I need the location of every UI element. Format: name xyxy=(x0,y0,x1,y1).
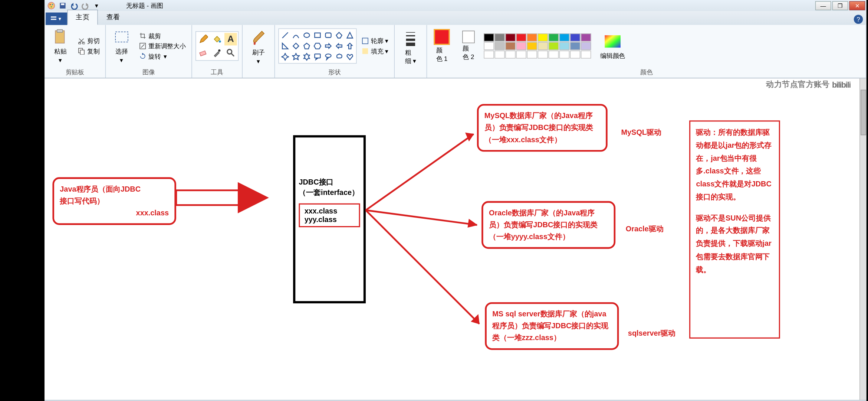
copy-button[interactable]: 复制 xyxy=(75,46,102,56)
color-swatch[interactable] xyxy=(549,33,559,41)
color-palette xyxy=(484,33,591,58)
picker-tool-icon[interactable] xyxy=(211,46,223,59)
text-tool-icon[interactable]: A xyxy=(224,33,237,46)
edit-colors-button[interactable]: 编辑颜色 xyxy=(597,31,629,61)
minimize-button[interactable]: — xyxy=(815,1,831,10)
paste-button[interactable]: 粘贴 ▾ xyxy=(48,27,73,65)
svg-rect-8 xyxy=(51,16,56,17)
java-programmer-box: Java程序员（面向JDBC 接口写代码） xxx.class xyxy=(52,177,176,225)
color-swatch[interactable] xyxy=(527,50,537,58)
save-icon[interactable] xyxy=(58,1,67,10)
shape-heart-icon[interactable] xyxy=(345,52,355,62)
close-button[interactable]: ✕ xyxy=(849,1,865,10)
qat-dropdown-icon[interactable]: ▾ xyxy=(92,1,101,10)
color-swatch[interactable] xyxy=(505,33,516,41)
vertical-scrollbar[interactable] xyxy=(859,78,866,400)
outline-button[interactable]: 轮廓▾ xyxy=(359,36,391,46)
color-swatch[interactable] xyxy=(559,42,570,50)
shape-curve-icon[interactable] xyxy=(291,30,301,40)
shape-triangle-icon[interactable] xyxy=(345,30,355,40)
shape-star6-icon[interactable] xyxy=(302,52,312,62)
shape-callout-cloud-icon[interactable] xyxy=(334,52,344,62)
color-swatch[interactable] xyxy=(527,42,537,50)
color1-swatch xyxy=(434,29,450,45)
color-swatch[interactable] xyxy=(581,50,591,58)
color-swatch[interactable] xyxy=(516,50,526,58)
scroll-thumb[interactable] xyxy=(861,90,866,135)
color-swatch[interactable] xyxy=(538,33,548,41)
color-swatch[interactable] xyxy=(581,33,591,41)
color-swatch[interactable] xyxy=(538,42,548,50)
shape-star5-icon[interactable] xyxy=(291,52,301,62)
thickness-button[interactable]: 粗细 ▾ xyxy=(398,27,423,66)
fill-button[interactable]: 填充▾ xyxy=(359,46,391,56)
color-swatch[interactable] xyxy=(559,33,570,41)
shape-hexagon-icon[interactable] xyxy=(312,41,323,51)
color-swatch[interactable] xyxy=(527,33,537,41)
shape-oval-icon[interactable] xyxy=(302,30,312,40)
color2-button[interactable]: 颜 色 2 xyxy=(459,30,478,63)
svg-point-13 xyxy=(83,42,85,44)
shape-roundrect-icon[interactable] xyxy=(323,30,333,40)
jdbc-interface-box: JDBC接口 （一套interface） xxx.class yyy.class xyxy=(293,135,366,303)
color-swatch[interactable] xyxy=(570,50,581,58)
shape-diamond-icon[interactable] xyxy=(291,41,301,51)
color-swatch[interactable] xyxy=(494,50,505,58)
color-swatch[interactable] xyxy=(484,33,494,41)
undo-icon[interactable] xyxy=(69,1,78,10)
file-tab[interactable]: ▼ xyxy=(46,13,67,25)
group-brush-label xyxy=(243,69,274,78)
color-swatch[interactable] xyxy=(494,33,505,41)
maximize-button[interactable]: ❐ xyxy=(832,1,848,10)
color-swatch[interactable] xyxy=(516,42,526,50)
shape-callout-rect-icon[interactable] xyxy=(312,52,323,62)
shape-pentagon-icon[interactable] xyxy=(302,41,312,51)
color-swatch[interactable] xyxy=(549,50,559,58)
svg-marker-30 xyxy=(282,43,288,49)
shape-rect-icon[interactable] xyxy=(312,30,323,40)
canvas[interactable]: 动力节点官方账号 bilibili Java程序员（面向JDBC 接口写代码） … xyxy=(45,78,859,400)
mysql-box: MySQL数据库厂家（的Java程序员）负责编写JDBC接口的实现类 （一堆xx… xyxy=(477,104,608,152)
color-swatch[interactable] xyxy=(549,42,559,50)
color-swatch[interactable] xyxy=(484,42,494,50)
color-swatch[interactable] xyxy=(559,50,570,58)
shape-arrow-r-icon[interactable] xyxy=(323,41,333,51)
shape-arrow-u-icon[interactable] xyxy=(345,41,355,51)
dropdown-icon: ▾ xyxy=(59,57,62,64)
color-swatch[interactable] xyxy=(484,50,494,58)
shape-line-icon[interactable] xyxy=(280,30,290,40)
color-swatch[interactable] xyxy=(516,33,526,41)
cut-button[interactable]: 剪切 xyxy=(75,36,102,46)
color-swatch[interactable] xyxy=(570,42,581,50)
rotate-button[interactable]: 旋转▾ xyxy=(137,51,188,61)
color1-button[interactable]: 颜 色 1 xyxy=(430,28,453,64)
app-icon xyxy=(47,1,56,10)
color-swatch[interactable] xyxy=(505,42,516,50)
select-button[interactable]: 选择 ▾ xyxy=(109,27,134,65)
crop-button[interactable]: 裁剪 xyxy=(137,31,188,40)
help-icon[interactable]: ? xyxy=(854,15,863,24)
shape-callout-oval-icon[interactable] xyxy=(323,52,333,62)
redo-icon[interactable] xyxy=(81,1,90,10)
pencil-tool-icon[interactable] xyxy=(197,33,210,46)
shape-polygon-icon[interactable] xyxy=(334,30,344,40)
color-swatch[interactable] xyxy=(505,50,516,58)
color-swatch[interactable] xyxy=(538,50,548,58)
color-swatch[interactable] xyxy=(494,42,505,50)
shape-rtriangle-icon[interactable] xyxy=(280,41,290,51)
svg-point-22 xyxy=(227,49,232,54)
resize-button[interactable]: 重新调整大小 xyxy=(137,41,188,51)
tab-home[interactable]: 主页 xyxy=(67,10,98,25)
color-swatch[interactable] xyxy=(570,33,581,41)
color-swatch[interactable] xyxy=(581,42,591,50)
svg-line-48 xyxy=(366,134,474,210)
fill-tool-icon[interactable] xyxy=(211,33,223,46)
shape-star4-icon[interactable] xyxy=(280,52,290,62)
eraser-tool-icon[interactable] xyxy=(197,46,210,59)
brush-button[interactable]: 刷子 ▾ xyxy=(246,27,271,66)
tab-view[interactable]: 查看 xyxy=(98,10,129,25)
paste-label: 粘贴 xyxy=(54,47,67,56)
magnify-tool-icon[interactable] xyxy=(224,46,237,59)
shapes-gallery[interactable] xyxy=(278,29,356,64)
shape-arrow-l-icon[interactable] xyxy=(334,41,344,51)
